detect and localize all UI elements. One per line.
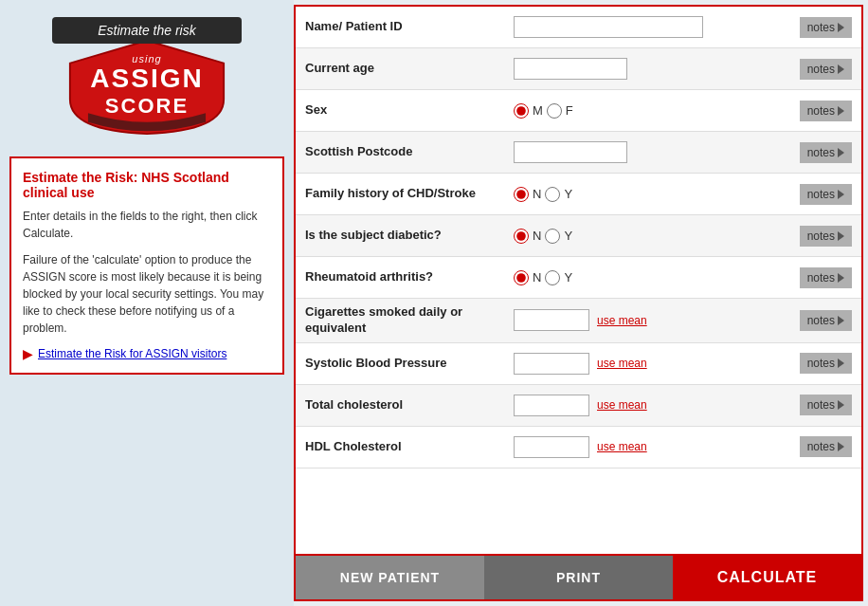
form-area: Name/ Patient ID notes Current age notes… [296, 7, 861, 554]
info-link-row: ▶ Estimate the Risk for ASSIGN visitors [23, 346, 271, 361]
radio-diabetic-y[interactable] [545, 229, 560, 244]
label-cholesterol: Total cholesterol [305, 397, 514, 413]
notes-arrow-sex [838, 106, 844, 116]
input-name[interactable] [514, 16, 703, 38]
input-cigarettes[interactable] [514, 309, 589, 331]
controls-diabetic: N Y [514, 229, 800, 244]
assign-visitors-link[interactable]: Estimate the Risk for ASSIGN visitors [38, 347, 226, 360]
notes-btn-sex[interactable]: notes [800, 101, 852, 121]
logo-shield: using ASSIGN SCORE [57, 36, 237, 136]
label-postcode: Scottish Postcode [305, 144, 514, 160]
controls-sbp: use mean [514, 353, 800, 375]
radio-diabetic-group: N Y [514, 229, 572, 244]
bottom-bar: NEW PATIENT PRINT CALCULATE [296, 554, 861, 599]
right-panel: Name/ Patient ID notes Current age notes… [294, 5, 863, 601]
form-row-sex: Sex M F notes [296, 90, 861, 132]
notes-btn-postcode[interactable]: notes [800, 142, 852, 163]
input-cholesterol[interactable] [514, 395, 589, 416]
info-paragraph1: Enter details in the fields to the right… [23, 208, 271, 242]
radio-family-y[interactable] [545, 187, 560, 202]
info-heading: Estimate the Risk: NHS Scotland clinical… [23, 170, 271, 200]
controls-family: N Y [514, 187, 800, 202]
radio-family-n[interactable] [514, 187, 529, 202]
notes-arrow-postcode [838, 148, 844, 157]
input-hdl[interactable] [514, 436, 589, 458]
notes-btn-cholesterol[interactable]: notes [800, 395, 852, 415]
notes-label-age: notes [807, 63, 835, 76]
logo-text: using ASSIGN SCORE [90, 53, 203, 119]
label-family: Family history of CHD/Stroke [305, 186, 514, 202]
notes-arrow-cigarettes [838, 316, 844, 325]
print-button[interactable]: PRINT [484, 556, 673, 599]
radio-sex-m[interactable] [514, 103, 529, 119]
label-rheumatoid: Rheumatoid arthritis? [305, 269, 514, 285]
controls-name [514, 16, 800, 38]
label-age: Current age [305, 61, 514, 77]
banner-text: Estimate the risk [98, 23, 195, 38]
notes-btn-hdl[interactable]: notes [800, 436, 852, 457]
label-rheumatoid-y: Y [564, 270, 572, 285]
label-cigarettes: Cigarettes smoked daily or equivalent [305, 304, 514, 337]
label-sex-m: M [533, 103, 543, 118]
input-postcode[interactable] [514, 141, 627, 163]
notes-label-sex: notes [807, 104, 835, 118]
new-patient-button[interactable]: NEW PATIENT [296, 556, 484, 599]
notes-btn-diabetic[interactable]: notes [800, 226, 852, 247]
radio-rheumatoid-n[interactable] [514, 270, 529, 285]
use-mean-hdl[interactable]: use mean [597, 440, 647, 453]
label-diabetic: Is the subject diabetic? [305, 228, 514, 244]
use-mean-cholesterol[interactable]: use mean [597, 398, 647, 412]
form-row-postcode: Scottish Postcode notes [296, 132, 861, 174]
notes-label-family: notes [807, 188, 835, 201]
radio-rheumatoid-y[interactable] [545, 270, 560, 285]
notes-label-postcode: notes [807, 146, 835, 159]
form-row-rheumatoid: Rheumatoid arthritis? N Y notes [296, 257, 861, 299]
use-mean-sbp[interactable]: use mean [597, 357, 647, 370]
notes-btn-rheumatoid[interactable]: notes [800, 267, 852, 288]
notes-label-name: notes [807, 21, 835, 34]
calculate-button[interactable]: CALCULATE [673, 556, 861, 599]
notes-btn-name[interactable]: notes [800, 17, 852, 38]
label-family-y: Y [564, 187, 572, 201]
form-row-cigarettes: Cigarettes smoked daily or equivalent us… [296, 299, 861, 343]
radio-diabetic-n[interactable] [514, 229, 529, 244]
input-sbp[interactable] [514, 353, 589, 375]
controls-sex: M F [514, 103, 800, 119]
notes-arrow-sbp [838, 358, 844, 368]
notes-arrow-rheumatoid [838, 273, 844, 283]
label-hdl: HDL Cholesterol [305, 439, 514, 455]
info-paragraph2: Failure of the 'calculate' option to pro… [23, 251, 271, 337]
label-name: Name/ Patient ID [305, 19, 514, 35]
label-rheumatoid-n: N [533, 270, 541, 285]
input-age[interactable] [514, 58, 627, 80]
label-diabetic-y: Y [564, 229, 572, 243]
notes-arrow-hdl [838, 442, 844, 451]
radio-sex-group: M F [514, 103, 573, 119]
logo-banner: Estimate the risk [52, 17, 242, 44]
controls-age [514, 58, 800, 80]
notes-btn-cigarettes[interactable]: notes [800, 310, 852, 331]
notes-arrow-age [838, 64, 844, 74]
notes-btn-family[interactable]: notes [800, 184, 852, 205]
notes-label-diabetic: notes [807, 230, 835, 243]
notes-arrow-diabetic [838, 231, 844, 241]
radio-rheumatoid-group: N Y [514, 270, 572, 285]
notes-arrow-family [838, 190, 844, 199]
radio-sex-f[interactable] [547, 103, 562, 119]
logo-score: SCORE [90, 93, 203, 118]
form-row-family: Family history of CHD/Stroke N Y notes [296, 174, 861, 215]
form-row-diabetic: Is the subject diabetic? N Y notes [296, 215, 861, 257]
controls-hdl: use mean [514, 436, 800, 458]
notes-label-hdl: notes [807, 440, 835, 453]
form-row-cholesterol: Total cholesterol use mean notes [296, 385, 861, 427]
notes-label-cigarettes: notes [807, 314, 835, 327]
link-icon: ▶ [23, 346, 33, 361]
notes-btn-age[interactable]: notes [800, 59, 852, 80]
notes-btn-sbp[interactable]: notes [800, 353, 852, 374]
use-mean-cigarettes[interactable]: use mean [597, 314, 647, 327]
form-row-name: Name/ Patient ID notes [296, 7, 861, 48]
controls-cholesterol: use mean [514, 395, 800, 416]
label-sex: Sex [305, 102, 514, 119]
label-sbp: Systolic Blood Pressure [305, 356, 514, 372]
label-diabetic-n: N [533, 229, 541, 243]
